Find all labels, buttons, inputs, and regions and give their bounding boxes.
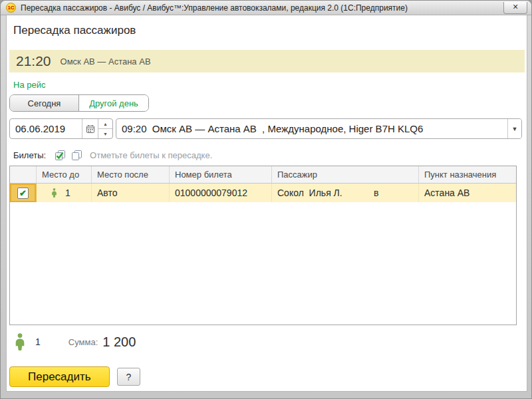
tickets-label: Билеты: <box>13 150 46 160</box>
spin-down-icon[interactable]: ▼ <box>98 129 112 138</box>
passenger-name: Сокол Илья Л. <box>277 188 342 198</box>
transfer-button[interactable]: Пересадить <box>9 366 110 387</box>
date-input[interactable]: 06.06.2019 <box>10 119 82 138</box>
flight-select-group: 09:20 Омск АВ — Астана АВ , Международно… <box>116 118 522 139</box>
passenger-count: 1 <box>35 336 41 347</box>
form-content: Пересадка пассажиров 21:20 Омск АВ — Аст… <box>6 15 527 392</box>
trip-route: Омск АВ — Астана АВ <box>61 57 151 66</box>
table-header: Место до Место после Номер билета Пассаж… <box>10 166 516 184</box>
clear-selection-icon <box>70 150 82 161</box>
window-title: Пересадка пассажиров - Авибус / Авибус™:… <box>21 3 408 13</box>
title-bar: 1C Пересадка пассажиров - Авибус / Авибу… <box>1 1 531 15</box>
seat-before-value: 1 <box>65 188 70 198</box>
spin-up-icon[interactable]: ▲ <box>98 119 112 129</box>
help-button[interactable]: ? <box>117 368 140 386</box>
summary-bar: 1 Сумма: 1 200 <box>13 332 136 352</box>
page-title: Пересадка пассажиров <box>13 24 136 37</box>
passenger-cell[interactable]: Сокол Илья Л. в <box>272 184 419 202</box>
row-checkbox[interactable]: ✔ <box>17 188 29 199</box>
dropdown-arrow-icon[interactable]: ▼ <box>507 119 521 138</box>
1c-logo-icon: 1C <box>6 3 16 13</box>
to-flight-link[interactable]: На рейс <box>13 80 45 90</box>
date-field-group: 06.06.2019 ▲ <box>9 118 113 139</box>
flight-select[interactable]: 09:20 Омск АВ — Астана АВ , Международно… <box>116 119 507 138</box>
trip-time: 21:20 <box>16 53 51 69</box>
column-destination[interactable]: Пункт назначения <box>419 166 516 183</box>
destination-cell[interactable]: Астана АВ <box>419 184 516 202</box>
tab-today[interactable]: Сегодня <box>10 95 79 111</box>
ticket-number-cell[interactable]: 01000000079012 <box>170 184 272 202</box>
table-row[interactable]: ✔ 1 Авто 01000000079012 Сокол Илья Л. в <box>10 184 516 202</box>
tickets-toolbar: Билеты: Отметьте биле <box>13 148 212 162</box>
seat-before-cell[interactable]: 1 <box>37 184 92 202</box>
select-all-icon <box>54 150 66 161</box>
column-seat-after[interactable]: Место после <box>92 166 170 183</box>
column-seat-before[interactable]: Место до <box>37 166 92 183</box>
passenger-icon <box>51 188 58 198</box>
row-checkbox-cell[interactable]: ✔ <box>10 184 37 202</box>
passenger-extra: в <box>374 188 378 198</box>
app-window: 1C Пересадка пассажиров - Авибус / Авибу… <box>0 0 532 399</box>
close-button[interactable]: × <box>503 2 527 14</box>
column-ticket-number[interactable]: Номер билета <box>170 166 272 183</box>
date-spinner: ▲ ▼ <box>98 119 112 138</box>
tab-other-day[interactable]: Другой день <box>79 95 148 111</box>
column-passenger[interactable]: Пассажир <box>272 166 419 183</box>
tickets-table: Место до Место после Номер билета Пассаж… <box>9 166 517 325</box>
calendar-button[interactable] <box>82 119 98 138</box>
tickets-hint: Отметьте билеты к пересадке. <box>90 150 212 160</box>
passenger-count-icon <box>13 333 27 350</box>
select-all-button[interactable] <box>54 150 66 161</box>
source-trip-banner: 21:20 Омск АВ — Астана АВ <box>9 50 525 72</box>
column-check[interactable] <box>10 166 37 183</box>
sum-label: Сумма: <box>68 337 98 347</box>
seat-after-cell[interactable]: Авто <box>92 184 170 202</box>
clear-selection-button[interactable] <box>70 150 82 161</box>
sum-value: 1 200 <box>102 334 136 350</box>
day-selector: Сегодня Другой день <box>9 94 149 112</box>
calendar-icon <box>86 124 95 134</box>
